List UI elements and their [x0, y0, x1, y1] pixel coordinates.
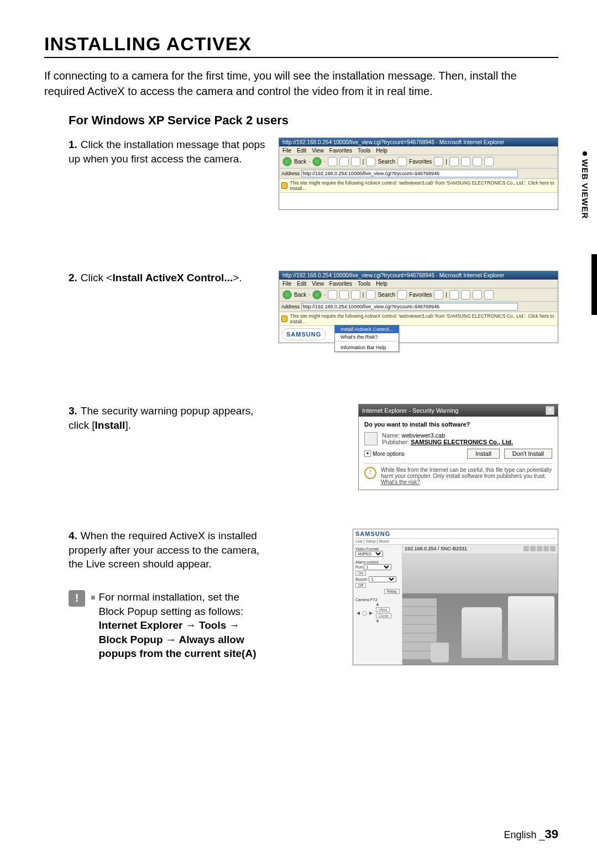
relay-button[interactable]: Relay: [384, 589, 400, 594]
step-number: 4.: [69, 529, 77, 543]
warning-icon: !: [364, 467, 376, 479]
bullet-icon: [583, 151, 587, 156]
step-bold: Install: [95, 419, 125, 431]
activex-info-bar[interactable]: This site might require the following Ac…: [279, 179, 558, 193]
warning-text: While files from the Internet can be use…: [381, 467, 552, 485]
step-4-text: 4.When the required ActiveX is installed…: [69, 529, 273, 571]
address-bar: Address: [279, 302, 558, 312]
port-select[interactable]: 1: [364, 564, 391, 570]
address-bar: Address: [279, 169, 558, 179]
toolbar: Back· · | Search Favorites |: [279, 288, 558, 302]
back-label: Back: [294, 159, 306, 165]
bullet-icon: ■: [91, 592, 95, 603]
edit-icon: [473, 157, 482, 166]
video-format-select[interactable]: MJPEG: [355, 551, 383, 557]
step-1-text: 1.Click the installation message that po…: [69, 138, 273, 166]
step-number: 2.: [69, 271, 77, 285]
address-input[interactable]: [301, 170, 519, 177]
page-title: INSTALLING ACTIVEX: [44, 33, 558, 55]
search-label: Search: [378, 159, 395, 165]
ptz-down-icon[interactable]: ▼: [374, 619, 381, 624]
on-button[interactable]: On: [355, 571, 366, 576]
samsung-logo: SAMSUNG: [281, 328, 326, 340]
address-input[interactable]: [301, 303, 519, 311]
dont-install-button[interactable]: Don't Install: [504, 449, 552, 459]
video-format-label: Video Format: [355, 547, 400, 551]
toolbar: Back · · | Search Favorites |: [279, 155, 558, 169]
ie-window-screenshot-1: http://192.168.0.254:10000/live_view.cgi…: [279, 138, 558, 210]
samsung-logo: SAMSUNG: [355, 530, 390, 537]
menu-bar: FileEditViewFavoritesToolsHelp: [279, 280, 558, 288]
step-body: Click <: [81, 272, 113, 283]
forward-icon: [312, 290, 322, 299]
section-tab: WEB VIEWER: [578, 144, 597, 326]
search-icon: [366, 157, 375, 166]
step-body: Click the installation message that pops…: [69, 139, 265, 165]
back-icon: [282, 290, 292, 299]
print-icon: [461, 157, 470, 166]
window-title: http://192.168.0.254:10000/live_view.cgi…: [279, 138, 558, 146]
ptz-up-icon[interactable]: ▲: [374, 602, 381, 607]
viewer-tool-icons: [522, 546, 556, 553]
stop-icon: [328, 157, 337, 166]
ptz-control: ▲ ◀ ◯ ▶ View Close: [355, 602, 400, 624]
buzzer-select[interactable]: 1: [369, 576, 396, 582]
intro-text: If connecting to a camera for the first …: [44, 68, 558, 99]
dialog-title: Internet Explorer - Security Warning: [362, 407, 458, 414]
dialog-question: Do you want to install this software?: [364, 421, 552, 428]
close-icon[interactable]: ×: [546, 406, 554, 415]
page-number: 39: [545, 827, 558, 841]
whats-the-risk-link[interactable]: What's the risk?: [381, 479, 420, 485]
step-body: >.: [233, 272, 242, 283]
more-options-toggle[interactable]: ▾ More options: [364, 450, 405, 457]
camera-live-image: [402, 554, 558, 665]
window-title: http://192.168.0.254:10000/live_view.cgi…: [279, 271, 558, 280]
refresh-icon: [339, 157, 349, 166]
forward-icon: [312, 157, 322, 166]
viewer-tabs: Live | Setup | About: [355, 538, 556, 543]
software-name: webviewer3.cab: [401, 432, 445, 439]
publisher-link[interactable]: SAMSUNG ELECTRONICS Co., Ltd.: [411, 439, 513, 445]
menu-item-whats-risk[interactable]: What's the Risk?: [335, 333, 399, 341]
close-button[interactable]: Close: [376, 613, 391, 618]
ptz-left-icon[interactable]: ◀: [355, 611, 361, 616]
page-footer: English _39: [504, 827, 558, 841]
step-2-text: 2.Click <Install ActiveX Control...>.: [69, 271, 273, 285]
install-button[interactable]: Install: [467, 449, 500, 459]
ie-window-screenshot-2: http://192.168.0.254:10000/live_view.cgi…: [279, 271, 558, 343]
back-icon: [282, 157, 292, 166]
section-tab-label: WEB VIEWER: [580, 159, 590, 219]
off-button[interactable]: Off: [355, 583, 366, 588]
shield-icon: [281, 315, 287, 322]
menu-bar: FileEditViewFavoritesToolsHelp: [279, 146, 558, 155]
step-body: When the required ActiveX is installed p…: [69, 530, 259, 570]
context-menu: Install ActiveX Control... What's the Ri…: [334, 325, 399, 352]
chevron-down-icon: ▾: [364, 450, 371, 457]
camera-address: 192.168.0.254 / SNC-B2331: [405, 546, 467, 553]
software-icon: [364, 432, 378, 445]
note-icon: !: [69, 590, 85, 607]
name-label: Name:: [382, 432, 400, 439]
favorites-label: Favorites: [409, 159, 432, 165]
menu-item-info-bar-help[interactable]: Information Bar Help: [335, 344, 399, 351]
discuss-icon: [484, 157, 494, 166]
port-label: Port: [355, 565, 363, 569]
publisher-label: Publisher:: [382, 439, 409, 445]
step-bold: Install ActiveX Control...: [112, 272, 233, 283]
mail-icon: [449, 157, 459, 166]
step-number: 3.: [69, 404, 77, 418]
ptz-label: Camera PTZ: [355, 598, 400, 602]
step-3-text: 3.The security warning popup appears, cl…: [69, 404, 273, 432]
shield-icon: [281, 182, 287, 189]
ptz-right-icon[interactable]: ▶: [368, 611, 374, 616]
subheading: For Windows XP Service Pack 2 users: [69, 113, 558, 128]
live-viewer-screenshot: SAMSUNG Live | Setup | About Video Forma…: [353, 529, 558, 665]
ptz-center-icon[interactable]: ◯: [361, 611, 368, 616]
view-button[interactable]: View: [376, 607, 390, 612]
menu-item-install-activex[interactable]: Install ActiveX Control...: [335, 325, 399, 333]
info-bar-text: This site might require the following Ac…: [290, 180, 556, 191]
alarm-control-label: Alarm control: [355, 560, 400, 564]
activex-info-bar[interactable]: This site might require the following Ac…: [279, 312, 558, 326]
viewer-sidebar: Video Format MJPEG Alarm control Port 1 …: [353, 545, 402, 665]
favorites-icon: [397, 157, 407, 166]
